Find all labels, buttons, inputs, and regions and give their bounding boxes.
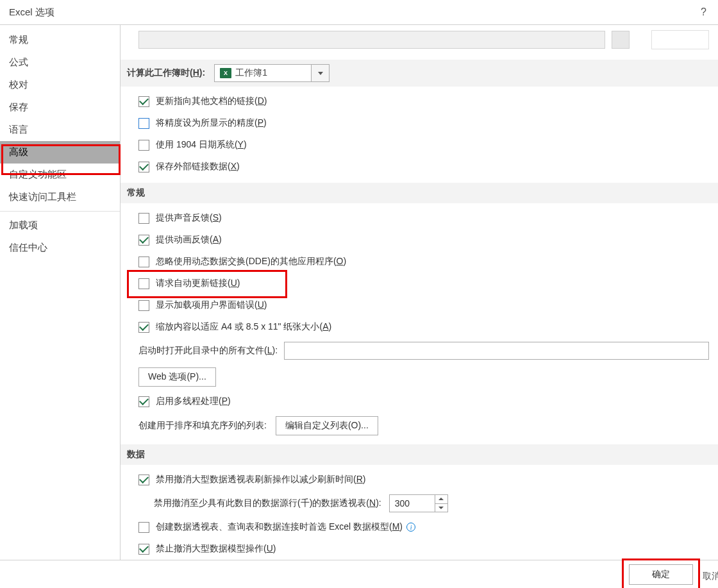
disabled-browse xyxy=(612,31,630,49)
checkbox-precision[interactable] xyxy=(138,118,149,129)
section-workbook-calc-header: 计算此工作簿时(H): X 工作簿1 xyxy=(121,60,718,87)
checkbox-sound[interactable] xyxy=(138,213,149,224)
help-button[interactable]: ? xyxy=(701,6,709,18)
section-data-header: 数据 xyxy=(121,444,718,465)
checkbox-animation[interactable] xyxy=(138,235,149,246)
checkbox-auto-update-links[interactable] xyxy=(138,278,149,289)
ok-button[interactable]: 确定 xyxy=(629,564,693,585)
workbook-combo[interactable]: X 工作簿1 xyxy=(214,64,330,82)
sidebar-item-quick-access[interactable]: 快速访问工具栏 xyxy=(0,186,120,208)
sidebar-item-general[interactable]: 常规 xyxy=(0,29,120,51)
sidebar-item-proofing[interactable]: 校对 xyxy=(0,74,120,96)
excel-icon: X xyxy=(220,68,231,78)
cancel-button-partial[interactable]: 取消 xyxy=(703,567,718,582)
checkbox-prefer-data-model[interactable] xyxy=(138,522,149,533)
sidebar-item-language[interactable]: 语言 xyxy=(0,119,120,141)
sidebar-item-formulas[interactable]: 公式 xyxy=(0,51,120,74)
chevron-down-icon[interactable] xyxy=(311,65,329,81)
custom-lists-label: 创建用于排序和填充序列的列表: xyxy=(138,420,267,432)
info-icon[interactable]: i xyxy=(406,523,415,532)
sidebar-item-addins[interactable]: 加载项 xyxy=(0,214,120,237)
web-options-button[interactable]: Web 选项(P)... xyxy=(138,367,216,387)
content-pane: 计算此工作簿时(H): X 工作簿1 更新指向其他文档的链接(D) 将精度设为所… xyxy=(121,25,718,560)
checkbox-dde[interactable] xyxy=(138,256,149,267)
disabled-field xyxy=(138,31,605,49)
checkbox-scale-paper[interactable] xyxy=(138,322,149,333)
threshold-spinner[interactable]: 300 xyxy=(389,494,448,512)
section-general-header: 常规 xyxy=(121,183,718,203)
sidebar-item-trust-center[interactable]: 信任中心 xyxy=(0,237,120,259)
spinner-down[interactable] xyxy=(435,504,447,512)
checkbox-disable-undo-pivot[interactable] xyxy=(138,475,149,485)
sidebar-item-customize-ribbon[interactable]: 自定义功能区 xyxy=(0,164,120,186)
sidebar: 常规 公式 校对 保存 语言 高级 自定义功能区 快速访问工具栏 加载项 信任中… xyxy=(0,25,121,560)
checkbox-save-external[interactable] xyxy=(138,162,149,172)
startup-folder-input[interactable] xyxy=(284,342,709,360)
threshold-label: 禁用撤消至少具有此数目的数据源行(千)的数据透视表(N): xyxy=(154,498,381,509)
startup-folder-label: 启动时打开此目录中的所有文件(L): xyxy=(138,345,278,357)
checkbox-update-links[interactable] xyxy=(138,96,149,107)
partial-top-row xyxy=(121,28,718,60)
checkbox-addin-errors[interactable] xyxy=(138,300,149,311)
sidebar-item-save[interactable]: 保存 xyxy=(0,96,120,119)
checkbox-disable-undo-model[interactable] xyxy=(138,544,149,555)
sidebar-item-advanced[interactable]: 高级 xyxy=(0,141,120,164)
spinner-up[interactable] xyxy=(435,495,447,504)
checkbox-1904[interactable] xyxy=(138,140,149,151)
dialog-footer: 确定 取消 xyxy=(0,560,718,588)
checkbox-multithread[interactable] xyxy=(138,396,149,407)
ghost-button xyxy=(651,30,709,49)
dialog-title: Excel 选项 xyxy=(9,6,54,19)
title-bar: Excel 选项 ? xyxy=(0,0,718,24)
edit-custom-lists-button[interactable]: 编辑自定义列表(O)... xyxy=(276,416,378,435)
